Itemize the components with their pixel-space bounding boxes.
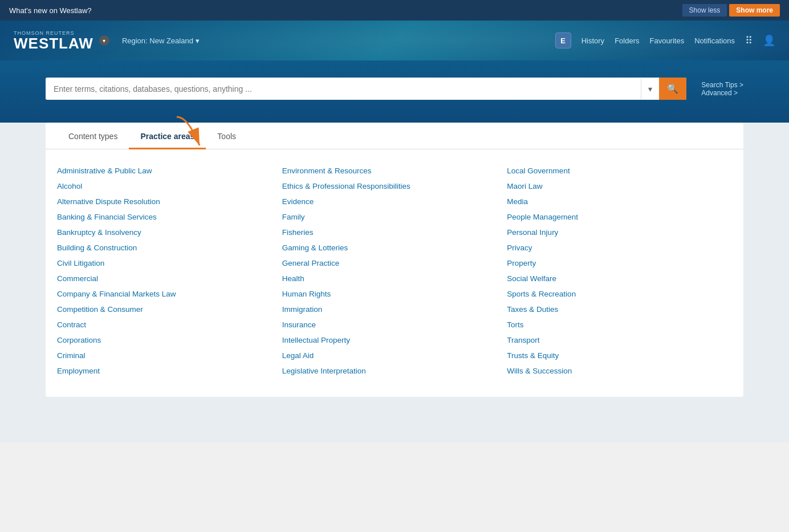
practice-column-2: Environment & ResourcesEthics & Professi… [282, 163, 507, 379]
practice-link[interactable]: Criminal [57, 348, 282, 363]
practice-link[interactable]: Taxes & Duties [507, 302, 732, 317]
nav-history-link[interactable]: History [581, 36, 604, 45]
search-right-links: Search Tips > Advanced > [694, 81, 743, 97]
practice-link[interactable]: Intellectual Property [282, 332, 507, 348]
navbar: THOMSON REUTERS WESTLAW ▾ Region: New Ze… [0, 21, 789, 60]
practice-link[interactable]: Human Rights [282, 286, 507, 302]
tabs-header: Content types Practice areas Tools [46, 123, 743, 149]
practice-link[interactable]: Bankruptcy & Insolvency [57, 225, 282, 240]
practice-link[interactable]: Insurance [282, 317, 507, 332]
top-banner: What's new on Westlaw? Show less Show mo… [0, 0, 789, 21]
practice-link[interactable]: Sports & Recreation [507, 286, 732, 302]
search-bar-wrapper: ▾ 🔍 Search Tips > Advanced > [46, 78, 743, 100]
practice-link[interactable]: Administrative & Public Law [57, 163, 282, 178]
practice-link[interactable]: Environment & Resources [282, 163, 507, 178]
brand-dropdown-toggle[interactable]: ▾ [99, 35, 109, 46]
practice-column-3: Local GovernmentMaori LawMediaPeople Man… [507, 163, 732, 379]
practice-link[interactable]: Corporations [57, 332, 282, 348]
banner-text: What's new on Westlaw? [9, 6, 92, 15]
search-submit-button[interactable]: 🔍 [659, 78, 686, 100]
main-content: Content types Practice areas Tools Admin… [0, 123, 789, 408]
practice-link[interactable]: Company & Financial Markets Law [57, 286, 282, 302]
practice-link[interactable]: Privacy [507, 240, 732, 255]
practice-link[interactable]: Personal Injury [507, 225, 732, 240]
search-tips-link[interactable]: Search Tips > [701, 81, 743, 89]
practice-link[interactable]: Torts [507, 317, 732, 332]
practice-link[interactable]: Evidence [282, 194, 507, 209]
apps-grid-icon[interactable]: ⠿ [745, 34, 753, 47]
practice-link[interactable]: Alternative Dispute Resolution [57, 194, 282, 209]
practice-link[interactable]: Maori Law [507, 178, 732, 194]
practice-link[interactable]: Immigration [282, 302, 507, 317]
practice-areas-grid: Administrative & Public LawAlcoholAltern… [46, 149, 743, 397]
brand-text: THOMSON REUTERS WESTLAW [14, 30, 93, 51]
search-bar: ▾ 🔍 [46, 78, 686, 100]
region-selector[interactable]: Region: New Zealand ▾ [122, 36, 200, 45]
practice-link[interactable]: Employment [57, 363, 282, 379]
practice-link[interactable]: Ethics & Professional Responsibilities [282, 178, 507, 194]
practice-link[interactable]: Property [507, 255, 732, 271]
practice-link[interactable]: Building & Construction [57, 240, 282, 255]
practice-link[interactable]: Competition & Consumer [57, 302, 282, 317]
practice-column-1: Administrative & Public LawAlcoholAltern… [57, 163, 282, 379]
practice-link[interactable]: Wills & Succession [507, 363, 732, 379]
practice-link[interactable]: Health [282, 271, 507, 286]
banner-buttons: Show less Show more [682, 4, 780, 17]
practice-link[interactable]: Commercial [57, 271, 282, 286]
nav-folders-link[interactable]: Folders [615, 36, 639, 45]
practice-link[interactable]: Contract [57, 317, 282, 332]
region-chevron-icon: ▾ [196, 36, 200, 45]
nav-favourites-link[interactable]: Favourites [649, 36, 684, 45]
practice-link[interactable]: Banking & Financial Services [57, 209, 282, 225]
practice-link[interactable]: Legal Aid [282, 348, 507, 363]
practice-link[interactable]: Alcohol [57, 178, 282, 194]
nav-notifications-link[interactable]: Notifications [694, 36, 735, 45]
practice-link[interactable]: Civil Litigation [57, 255, 282, 271]
user-profile-icon[interactable]: 👤 [763, 34, 775, 47]
nav-right: E History Folders Favourites Notificatio… [555, 33, 775, 48]
show-more-button[interactable]: Show more [729, 4, 780, 17]
tab-tools[interactable]: Tools [206, 123, 247, 149]
search-dropdown-button[interactable]: ▾ [641, 79, 659, 99]
bottom-area [0, 408, 789, 442]
practice-link[interactable]: Gaming & Lotteries [282, 240, 507, 255]
practice-link[interactable]: Fisheries [282, 225, 507, 240]
tab-content-types[interactable]: Content types [57, 123, 129, 149]
brand: THOMSON REUTERS WESTLAW ▾ Region: New Ze… [14, 30, 200, 51]
show-less-button[interactable]: Show less [682, 4, 727, 17]
practice-link[interactable]: People Management [507, 209, 732, 225]
practice-link[interactable]: General Practice [282, 255, 507, 271]
search-input[interactable] [46, 79, 641, 99]
search-section: ▾ 🔍 Search Tips > Advanced > [0, 60, 789, 123]
practice-link[interactable]: Trusts & Equity [507, 348, 732, 363]
tabs-container: Content types Practice areas Tools Admin… [46, 123, 743, 397]
user-badge[interactable]: E [555, 33, 571, 48]
practice-link[interactable]: Local Government [507, 163, 732, 178]
practice-link[interactable]: Legislative Interpretation [282, 363, 507, 379]
practice-link[interactable]: Family [282, 209, 507, 225]
region-label: Region: New Zealand [122, 36, 193, 45]
practice-link[interactable]: Social Welfare [507, 271, 732, 286]
tab-practice-areas[interactable]: Practice areas [129, 123, 206, 149]
practice-link[interactable]: Transport [507, 332, 732, 348]
practice-link[interactable]: Media [507, 194, 732, 209]
advanced-search-link[interactable]: Advanced > [701, 89, 743, 97]
brand-westlaw[interactable]: WESTLAW [14, 36, 93, 51]
